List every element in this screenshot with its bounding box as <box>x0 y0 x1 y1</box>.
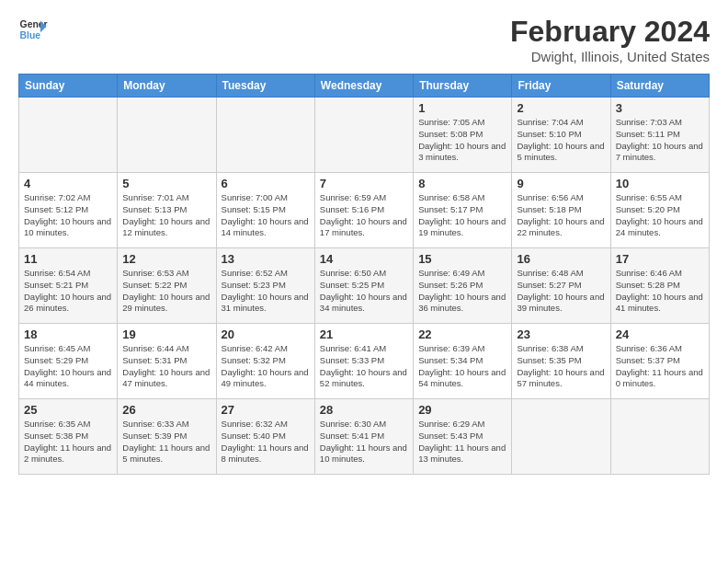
day-number: 14 <box>320 252 408 266</box>
day-info: Sunrise: 6:56 AM Sunset: 5:18 PM Dayligh… <box>517 192 605 239</box>
day-info: Sunrise: 6:35 AM Sunset: 5:38 PM Dayligh… <box>24 419 112 465</box>
day-info: Sunrise: 6:46 AM Sunset: 5:28 PM Dayligh… <box>616 268 704 315</box>
calendar-cell: 27Sunrise: 6:32 AM Sunset: 5:40 PM Dayli… <box>216 399 314 475</box>
title-block: February 2024 Dwight, Illinois, United S… <box>510 15 710 64</box>
day-number: 29 <box>418 403 506 417</box>
calendar-cell: 17Sunrise: 6:46 AM Sunset: 5:28 PM Dayli… <box>610 248 709 324</box>
day-number: 8 <box>418 177 506 190</box>
calendar-cell: 2Sunrise: 7:04 AM Sunset: 5:10 PM Daylig… <box>512 98 610 173</box>
calendar-cell: 9Sunrise: 6:56 AM Sunset: 5:18 PM Daylig… <box>512 173 610 248</box>
day-info: Sunrise: 6:41 AM Sunset: 5:33 PM Dayligh… <box>320 343 408 390</box>
day-info: Sunrise: 6:48 AM Sunset: 5:27 PM Dayligh… <box>517 268 605 315</box>
day-number: 24 <box>616 327 704 341</box>
day-info: Sunrise: 6:32 AM Sunset: 5:40 PM Dayligh… <box>222 419 310 465</box>
calendar-cell: 7Sunrise: 6:59 AM Sunset: 5:16 PM Daylig… <box>314 173 413 248</box>
day-number: 16 <box>517 252 605 266</box>
calendar-cell: 1Sunrise: 7:05 AM Sunset: 5:08 PM Daylig… <box>414 98 512 173</box>
calendar-cell: 29Sunrise: 6:29 AM Sunset: 5:43 PM Dayli… <box>414 399 512 475</box>
col-tuesday: Tuesday <box>216 75 314 98</box>
calendar-cell: 13Sunrise: 6:52 AM Sunset: 5:23 PM Dayli… <box>216 248 314 324</box>
day-info: Sunrise: 6:53 AM Sunset: 5:22 PM Dayligh… <box>122 268 210 315</box>
col-thursday: Thursday <box>414 75 512 98</box>
day-info: Sunrise: 7:03 AM Sunset: 5:11 PM Dayligh… <box>616 117 704 164</box>
calendar-cell: 5Sunrise: 7:01 AM Sunset: 5:13 PM Daylig… <box>118 173 216 248</box>
day-number: 26 <box>122 403 210 417</box>
day-info: Sunrise: 6:50 AM Sunset: 5:25 PM Dayligh… <box>320 268 408 315</box>
day-number: 17 <box>616 252 704 266</box>
day-number: 3 <box>616 101 704 115</box>
calendar-cell: 19Sunrise: 6:44 AM Sunset: 5:31 PM Dayli… <box>118 324 216 399</box>
calendar-header-row: Sunday Monday Tuesday Wednesday Thursday… <box>19 75 710 98</box>
day-number: 11 <box>24 252 112 266</box>
header: General Blue February 2024 Dwight, Illin… <box>18 15 710 64</box>
day-number: 20 <box>222 327 310 341</box>
day-info: Sunrise: 6:39 AM Sunset: 5:34 PM Dayligh… <box>418 343 506 390</box>
day-info: Sunrise: 6:42 AM Sunset: 5:32 PM Dayligh… <box>222 343 310 390</box>
day-number: 15 <box>418 252 506 266</box>
calendar-cell: 6Sunrise: 7:00 AM Sunset: 5:15 PM Daylig… <box>216 173 314 248</box>
day-info: Sunrise: 7:05 AM Sunset: 5:08 PM Dayligh… <box>418 117 506 164</box>
calendar-cell: 26Sunrise: 6:33 AM Sunset: 5:39 PM Dayli… <box>118 399 216 475</box>
calendar-cell <box>118 98 216 173</box>
day-info: Sunrise: 7:01 AM Sunset: 5:13 PM Dayligh… <box>122 192 210 239</box>
calendar-cell <box>512 399 610 475</box>
calendar-week-1: 1Sunrise: 7:05 AM Sunset: 5:08 PM Daylig… <box>19 98 710 173</box>
day-number: 10 <box>616 177 704 190</box>
day-number: 6 <box>222 177 310 190</box>
calendar-cell: 20Sunrise: 6:42 AM Sunset: 5:32 PM Dayli… <box>216 324 314 399</box>
day-info: Sunrise: 7:02 AM Sunset: 5:12 PM Dayligh… <box>24 192 112 239</box>
day-number: 5 <box>122 177 210 190</box>
calendar-cell: 23Sunrise: 6:38 AM Sunset: 5:35 PM Dayli… <box>512 324 610 399</box>
calendar-cell: 16Sunrise: 6:48 AM Sunset: 5:27 PM Dayli… <box>512 248 610 324</box>
calendar-cell: 21Sunrise: 6:41 AM Sunset: 5:33 PM Dayli… <box>314 324 413 399</box>
calendar-cell: 22Sunrise: 6:39 AM Sunset: 5:34 PM Dayli… <box>414 324 512 399</box>
calendar-week-4: 18Sunrise: 6:45 AM Sunset: 5:29 PM Dayli… <box>19 324 710 399</box>
day-number: 2 <box>517 101 605 115</box>
day-number: 9 <box>517 177 605 190</box>
day-number: 28 <box>320 403 408 417</box>
subtitle: Dwight, Illinois, United States <box>510 49 710 64</box>
calendar-cell <box>610 399 709 475</box>
calendar-cell: 15Sunrise: 6:49 AM Sunset: 5:26 PM Dayli… <box>414 248 512 324</box>
col-sunday: Sunday <box>19 75 118 98</box>
logo: General Blue <box>18 15 48 44</box>
calendar-cell: 4Sunrise: 7:02 AM Sunset: 5:12 PM Daylig… <box>19 173 118 248</box>
col-monday: Monday <box>118 75 216 98</box>
day-number: 18 <box>24 327 112 341</box>
day-number: 12 <box>122 252 210 266</box>
calendar-cell: 11Sunrise: 6:54 AM Sunset: 5:21 PM Dayli… <box>19 248 118 324</box>
day-info: Sunrise: 6:38 AM Sunset: 5:35 PM Dayligh… <box>517 343 605 390</box>
day-number: 22 <box>418 327 506 341</box>
day-number: 19 <box>122 327 210 341</box>
day-info: Sunrise: 7:00 AM Sunset: 5:15 PM Dayligh… <box>222 192 310 239</box>
calendar-table: Sunday Monday Tuesday Wednesday Thursday… <box>18 74 710 475</box>
logo-icon: General Blue <box>18 15 48 44</box>
day-info: Sunrise: 6:29 AM Sunset: 5:43 PM Dayligh… <box>418 419 506 465</box>
calendar-week-3: 11Sunrise: 6:54 AM Sunset: 5:21 PM Dayli… <box>19 248 710 324</box>
day-number: 4 <box>24 177 112 190</box>
main-title: February 2024 <box>510 15 710 49</box>
svg-text:Blue: Blue <box>20 30 41 40</box>
col-wednesday: Wednesday <box>314 75 413 98</box>
day-number: 13 <box>222 252 310 266</box>
calendar-cell: 28Sunrise: 6:30 AM Sunset: 5:41 PM Dayli… <box>314 399 413 475</box>
calendar-cell: 8Sunrise: 6:58 AM Sunset: 5:17 PM Daylig… <box>414 173 512 248</box>
day-number: 27 <box>222 403 310 417</box>
day-info: Sunrise: 6:52 AM Sunset: 5:23 PM Dayligh… <box>222 268 310 315</box>
calendar-cell: 18Sunrise: 6:45 AM Sunset: 5:29 PM Dayli… <box>19 324 118 399</box>
day-number: 21 <box>320 327 408 341</box>
day-info: Sunrise: 6:49 AM Sunset: 5:26 PM Dayligh… <box>418 268 506 315</box>
day-number: 23 <box>517 327 605 341</box>
day-info: Sunrise: 6:55 AM Sunset: 5:20 PM Dayligh… <box>616 192 704 239</box>
day-number: 7 <box>320 177 408 190</box>
calendar-cell <box>314 98 413 173</box>
calendar-cell: 10Sunrise: 6:55 AM Sunset: 5:20 PM Dayli… <box>610 173 709 248</box>
calendar-week-5: 25Sunrise: 6:35 AM Sunset: 5:38 PM Dayli… <box>19 399 710 475</box>
calendar-cell: 3Sunrise: 7:03 AM Sunset: 5:11 PM Daylig… <box>610 98 709 173</box>
day-info: Sunrise: 6:30 AM Sunset: 5:41 PM Dayligh… <box>320 419 408 465</box>
calendar-cell <box>19 98 118 173</box>
day-info: Sunrise: 6:54 AM Sunset: 5:21 PM Dayligh… <box>24 268 112 315</box>
page-container: General Blue February 2024 Dwight, Illin… <box>0 0 728 484</box>
calendar-cell: 12Sunrise: 6:53 AM Sunset: 5:22 PM Dayli… <box>118 248 216 324</box>
day-info: Sunrise: 6:36 AM Sunset: 5:37 PM Dayligh… <box>616 343 704 390</box>
